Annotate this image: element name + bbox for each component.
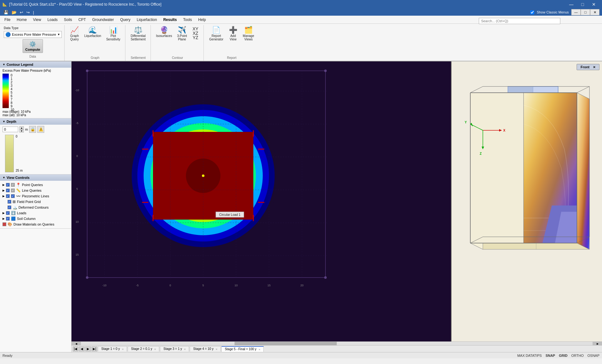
horizontal-scrollbar[interactable]: ◀ ▶ xyxy=(71,341,602,345)
contour-items: 🔮 Isosurfaces ✈️ 3-PointPlane XYXZYZ xyxy=(154,25,201,55)
manage-views-btn[interactable]: 🗂️ ManageViews xyxy=(240,25,256,43)
menu-groundwater[interactable]: Groundwater xyxy=(89,17,117,23)
timeline-prev-btn[interactable]: ◀ xyxy=(79,346,85,351)
vc-check-point[interactable]: ✓ xyxy=(6,183,10,187)
vc-check-fpg[interactable]: ✓ xyxy=(8,200,11,204)
stage-2-close[interactable]: ⨉ xyxy=(154,347,156,351)
stage-1-close[interactable]: ⨉ xyxy=(122,347,124,351)
settlement-items: ⚖️ DifferentialSettlement xyxy=(129,25,148,55)
timeline-first-btn[interactable]: |◀ xyxy=(73,346,78,351)
compute-label: Compute xyxy=(25,48,40,51)
svg-point-24 xyxy=(86,70,88,72)
stage-tab-2[interactable]: Stage 2 = 0.1 y ⨉ xyxy=(128,346,159,351)
snap-btn[interactable]: SNAP xyxy=(546,354,555,357)
plan-view-svg: -10 -5 0 5 10 15 -10 -5 0 5 10 15 20 xyxy=(71,61,451,341)
ribbon-close-btn[interactable]: ✕ xyxy=(590,9,599,15)
depth-input[interactable] xyxy=(3,127,18,132)
scroll-thumb[interactable] xyxy=(235,342,337,345)
legend-label-0: 0 xyxy=(11,74,14,77)
depth-icon-lock[interactable]: 🔒 xyxy=(29,126,36,133)
vc-check2-piezo[interactable]: ✓ xyxy=(11,194,15,198)
vc-expand-soil[interactable]: ▶ xyxy=(3,217,5,220)
ribbon-minimize-btn[interactable]: — xyxy=(571,9,581,15)
menu-cpt[interactable]: CPT xyxy=(75,17,89,23)
osnap-btn[interactable]: OSNAP xyxy=(587,354,599,357)
stage-5-close[interactable]: ⨉ xyxy=(259,348,260,351)
three-point-plane-btn[interactable]: ✈️ 3-PointPlane xyxy=(175,25,189,43)
report-generator-btn[interactable]: 📄 ReportGenerator xyxy=(207,25,225,43)
menu-soils[interactable]: Soils xyxy=(61,17,75,23)
graph-query-btn[interactable]: 📈 GraphQuery xyxy=(68,25,82,43)
menu-help[interactable]: Help xyxy=(195,17,209,23)
timeline-next-btn[interactable]: ▶ xyxy=(85,346,91,351)
menu-file[interactable]: File xyxy=(1,17,13,23)
ribbon-maximize-btn[interactable]: □ xyxy=(581,9,590,15)
save-quick-btn[interactable]: 💾 xyxy=(3,10,9,15)
menu-loads[interactable]: Loads xyxy=(44,17,61,23)
vc-expand-point[interactable]: ▶ xyxy=(3,183,5,186)
menu-tools[interactable]: Tools xyxy=(180,17,195,23)
vc-expand-loads[interactable]: ▶ xyxy=(3,211,5,215)
plot-sensitivity-btn[interactable]: 📊 PlotSensitivity xyxy=(104,25,123,43)
menu-liquefaction[interactable]: Liquefaction xyxy=(134,17,160,23)
svg-text:0: 0 xyxy=(76,154,78,158)
open-quick-btn[interactable]: 📂 xyxy=(11,10,18,15)
depth-header[interactable]: ▼ Depth xyxy=(0,118,71,125)
contour-legend-header[interactable]: ▼ Contour Legend xyxy=(0,61,71,68)
plane-selector-btn[interactable]: XYXZYZ xyxy=(190,25,201,41)
vc-check-dc[interactable]: ✓ xyxy=(8,205,11,209)
liquefaction-btn[interactable]: 🌊 Liquefaction xyxy=(82,25,103,39)
max-datatips-btn[interactable]: MAX DATATIPS xyxy=(517,354,542,357)
vc-check-piezo[interactable]: ✓ xyxy=(6,194,10,198)
undo-quick-btn[interactable]: ↩ xyxy=(19,10,24,15)
stage-tab-4[interactable]: Stage 4 = 10 y ⨉ xyxy=(190,346,221,351)
vc-expand-line[interactable]: ▶ xyxy=(3,189,5,192)
depth-icon-warn[interactable]: ⚠️ xyxy=(37,126,44,133)
timeline-last-btn[interactable]: ▶| xyxy=(92,346,97,351)
close-btn[interactable]: ✕ xyxy=(588,0,599,9)
maximize-btn[interactable]: □ xyxy=(577,0,588,9)
stage-1-label: Stage 1 = 0 y xyxy=(101,347,120,351)
vc-check-dm[interactable] xyxy=(3,222,6,226)
menu-home[interactable]: Home xyxy=(13,17,30,23)
depth-up-btn[interactable]: ▲ xyxy=(19,126,24,129)
vc-deformed-contours: ✓ 🏔️ Deformed Contours xyxy=(1,205,70,210)
stage-3-label: Stage 3 = 1 y xyxy=(163,347,182,351)
stage-tab-5[interactable]: Stage 5 - Final = 100 y ⨉ xyxy=(221,346,264,352)
scroll-track[interactable] xyxy=(81,342,593,345)
differential-settlement-btn[interactable]: ⚖️ DifferentialSettlement xyxy=(129,25,148,43)
add-view-btn[interactable]: ➕ AddView xyxy=(226,25,240,43)
data-type-dropdown[interactable]: 🔵 Excess Pore Water Pressure ▼ xyxy=(4,31,62,38)
stage-tab-1[interactable]: Stage 1 = 0 y ⨉ xyxy=(98,346,127,351)
timeline-bar: |◀ ◀ ▶ ▶| Stage 1 = 0 y ⨉ Stage 2 = 0.1 … xyxy=(71,345,602,352)
grid-btn[interactable]: GRID xyxy=(559,354,568,357)
svg-text:-5: -5 xyxy=(76,122,78,125)
redo-quick-btn[interactable]: ↪ xyxy=(25,10,31,15)
depth-down-btn[interactable]: ▼ xyxy=(19,129,24,133)
vc-check2-line[interactable]: ✓ xyxy=(11,189,15,192)
vc-expand-piezo[interactable]: ▶ xyxy=(3,195,5,198)
stage-4-close[interactable]: ⨉ xyxy=(216,347,217,351)
compute-button[interactable]: ⚙️ Compute xyxy=(23,39,43,53)
plan-view[interactable]: -10 -5 0 5 10 15 -10 -5 0 5 10 15 20 xyxy=(71,61,452,341)
3d-view[interactable]: Y X Z Front ✕ xyxy=(452,61,602,341)
classic-menus-checkbox[interactable] xyxy=(530,10,534,14)
vc-check-loads[interactable]: ✓ xyxy=(6,211,10,215)
isosurfaces-btn[interactable]: 🔮 Isosurfaces xyxy=(154,25,174,39)
minimize-btn[interactable]: — xyxy=(566,0,577,9)
ortho-btn[interactable]: ORTHO xyxy=(571,354,584,357)
stage-tab-3[interactable]: Stage 3 = 1 y ⨉ xyxy=(160,346,189,351)
menu-query[interactable]: Query xyxy=(117,17,134,23)
legend-labels: 0 1 2 3 4 5 6 7 8 9 10 xyxy=(11,74,14,108)
vc-draw-materials: 🎨 Draw Materials on Queries xyxy=(1,221,70,227)
view-controls-header[interactable]: ▼ View Controls xyxy=(0,174,71,181)
stage-3-close[interactable]: ⨉ xyxy=(184,347,186,351)
depth-scale-labels: 0 25 m xyxy=(16,135,23,172)
vc-check-soil[interactable]: ✓ xyxy=(6,217,10,221)
close-view-icon[interactable]: ✕ xyxy=(593,65,595,69)
vc-check-line[interactable]: ✓ xyxy=(6,189,10,192)
search-input[interactable] xyxy=(479,18,560,24)
menu-results[interactable]: Results xyxy=(160,17,180,23)
vc-check2-point[interactable]: ✓ xyxy=(11,183,15,187)
menu-view[interactable]: View xyxy=(30,17,44,23)
